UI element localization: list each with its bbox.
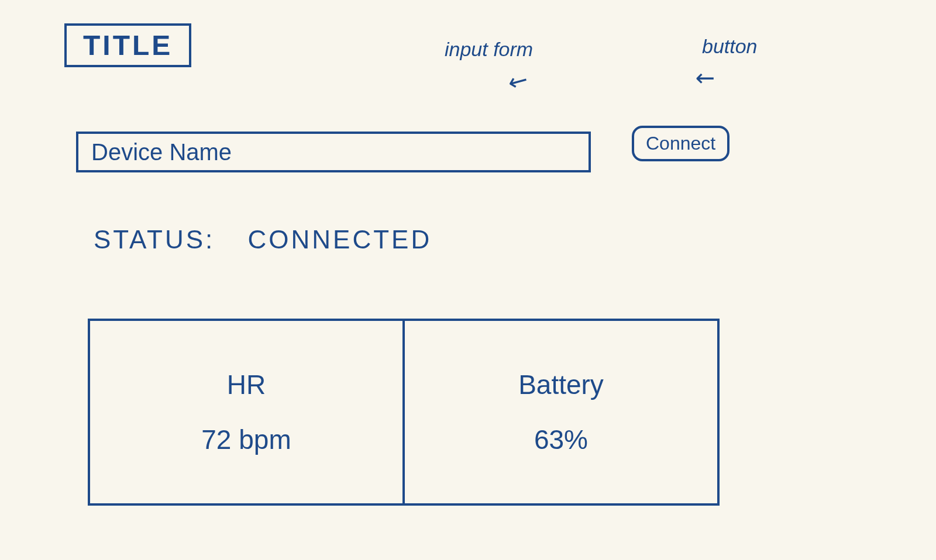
- metric-battery-value: 63%: [534, 424, 588, 455]
- page-title: TITLE: [64, 23, 191, 67]
- arrow-icon: ↙: [690, 61, 723, 95]
- connect-button[interactable]: Connect: [632, 126, 729, 161]
- metric-hr-value: 72 bpm: [201, 424, 291, 455]
- status-value: CONNECTED: [248, 225, 432, 254]
- status-label: STATUS:: [94, 225, 215, 254]
- arrow-icon: ↙: [504, 64, 534, 98]
- annotation-button: button: [702, 35, 758, 58]
- metric-hr: HR 72 bpm: [90, 321, 405, 503]
- metric-battery-label: Battery: [518, 369, 604, 400]
- connect-form: Connect: [76, 132, 878, 172]
- annotation-input-form: input form: [445, 38, 533, 61]
- metric-battery: Battery 63%: [405, 321, 717, 503]
- device-name-input[interactable]: [76, 132, 591, 172]
- metric-hr-label: HR: [227, 369, 266, 400]
- metrics-panel: HR 72 bpm Battery 63%: [88, 319, 720, 506]
- status-line: STATUS: CONNECTED: [94, 225, 878, 254]
